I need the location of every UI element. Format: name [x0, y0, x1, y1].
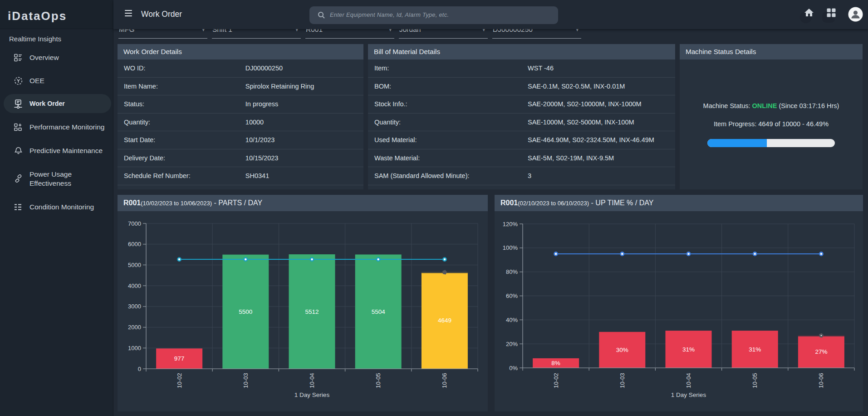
svg-text:10-04: 10-04	[309, 373, 315, 388]
svg-text:31%: 31%	[749, 346, 761, 353]
svg-text:10-03: 10-03	[242, 373, 249, 388]
svg-text:60%: 60%	[506, 292, 518, 299]
svg-text:4649: 4649	[438, 317, 451, 324]
svg-text:5000: 5000	[128, 262, 141, 268]
svg-text:7000: 7000	[128, 220, 141, 227]
svg-text:10-06: 10-06	[441, 373, 448, 388]
svg-text:1 Day Series: 1 Day Series	[671, 391, 706, 398]
svg-text:30%: 30%	[616, 347, 628, 353]
svg-text:977: 977	[174, 355, 185, 362]
svg-text:1 Day Series: 1 Day Series	[294, 391, 330, 398]
svg-text:6000: 6000	[128, 241, 141, 248]
svg-text:2000: 2000	[128, 324, 141, 331]
svg-text:1000: 1000	[128, 345, 141, 352]
svg-text:31%: 31%	[682, 346, 695, 353]
svg-text:8%: 8%	[551, 360, 560, 366]
svg-text:0%: 0%	[509, 365, 518, 371]
svg-text:10-02: 10-02	[176, 373, 183, 388]
svg-text:27%: 27%	[815, 348, 827, 355]
svg-text:20%: 20%	[506, 341, 518, 347]
svg-text:5500: 5500	[239, 308, 252, 315]
svg-text:3000: 3000	[128, 303, 141, 310]
svg-text:10-02: 10-02	[553, 373, 559, 388]
svg-text:5512: 5512	[305, 308, 319, 315]
svg-text:5504: 5504	[372, 308, 386, 315]
svg-text:40%: 40%	[506, 317, 518, 323]
svg-text:100%: 100%	[503, 244, 518, 251]
svg-text:0: 0	[138, 366, 141, 372]
svg-text:10-05: 10-05	[375, 373, 382, 388]
svg-text:10-04: 10-04	[685, 373, 692, 388]
svg-text:120%: 120%	[503, 221, 518, 228]
svg-text:4000: 4000	[128, 282, 141, 289]
svg-text:10-06: 10-06	[818, 373, 824, 388]
svg-text:10-03: 10-03	[619, 373, 626, 388]
svg-text:80%: 80%	[506, 268, 518, 275]
svg-text:10-05: 10-05	[751, 373, 758, 388]
